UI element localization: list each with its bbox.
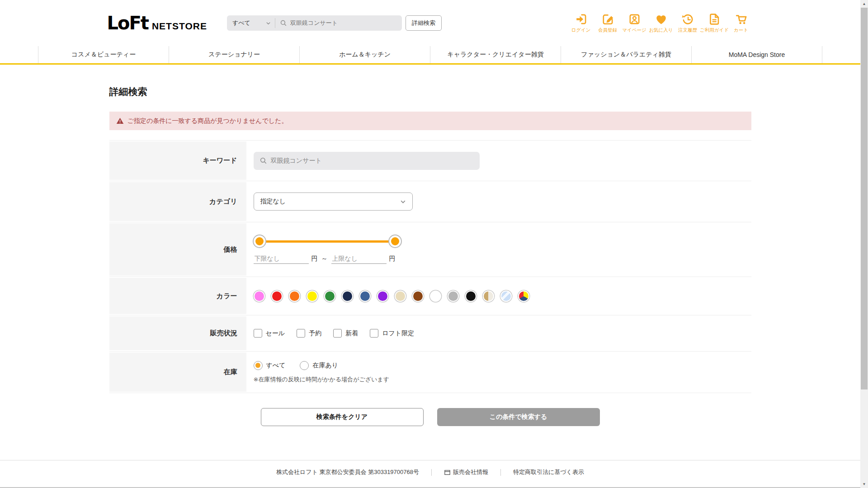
color-swatch-yellow[interactable]: [307, 291, 318, 302]
nav-item-cosme[interactable]: コスメ＆ビューティー: [38, 46, 169, 63]
radio-button[interactable]: [300, 361, 309, 370]
checkbox-box[interactable]: [370, 329, 378, 338]
color-swatch-green[interactable]: [324, 291, 335, 302]
clear-conditions-button[interactable]: 検索条件をクリア: [261, 408, 424, 426]
price-label: 価格: [109, 223, 246, 276]
stock-note: ※在庫情報の反映に時間がかかる場合がございます: [254, 375, 390, 384]
price-slider-track[interactable]: [259, 240, 395, 243]
header-search-bar: すべて 双眼鏡コンサート: [227, 15, 402, 31]
footer-link-label: 販売会社情報: [453, 468, 488, 476]
color-swatch-red[interactable]: [271, 291, 283, 302]
header-link-favorites[interactable]: お気に入り: [649, 13, 674, 33]
site-logo[interactable]: LoFt NETSTORE: [107, 13, 207, 33]
header-search-value: 双眼鏡コンサート: [290, 19, 338, 27]
checkbox-box[interactable]: [297, 329, 305, 338]
header-links: ログイン 会員登録 マイページ お気に入り 注文履歴: [567, 13, 754, 33]
header-search-input[interactable]: 双眼鏡コンサート: [275, 15, 402, 31]
color-swatch-clear[interactable]: [500, 291, 512, 302]
checkbox-label: 予約: [309, 329, 321, 338]
form-row-stock: 在庫 すべて 在庫あり ※在庫情: [109, 352, 751, 393]
form-row-category: カテゴリ 指定なし: [109, 181, 751, 222]
nav-item-character[interactable]: キャラクター・クリエイター雑貨: [430, 46, 561, 63]
checkbox-new-arrival[interactable]: 新着: [333, 329, 358, 338]
color-swatch-black[interactable]: [465, 291, 476, 302]
radio-stock-available[interactable]: 在庫あり: [300, 361, 338, 370]
header-link-mypage[interactable]: マイページ: [622, 13, 647, 33]
footer-link-company-info[interactable]: 販売会社情報: [444, 468, 488, 476]
radio-stock-all[interactable]: すべて: [254, 361, 286, 370]
form-row-price: 価格 円 ～ 円: [109, 222, 751, 277]
color-swatch-purple[interactable]: [377, 291, 388, 302]
header-link-guide[interactable]: ご利用ガイド: [702, 13, 727, 33]
category-select[interactable]: 指定なし: [254, 192, 413, 211]
logo-main-text: LoFt: [107, 13, 148, 33]
checkbox-loft-limited[interactable]: ロフト限定: [370, 329, 414, 338]
color-swatch-gold-silver[interactable]: [483, 291, 494, 302]
color-swatch-pink[interactable]: [254, 291, 265, 302]
header-link-login[interactable]: ログイン: [569, 13, 594, 33]
keyword-label: キーワード: [109, 141, 246, 180]
category-label: カテゴリ: [109, 182, 246, 221]
form-row-sales-status: 販売状況 セール 予約 新着: [109, 315, 751, 352]
checkbox-reservation[interactable]: 予約: [297, 329, 321, 338]
price-separator: ～: [321, 255, 328, 263]
color-swatch-white[interactable]: [430, 291, 441, 302]
header-link-order-history[interactable]: 注文履歴: [675, 13, 700, 33]
register-icon: [601, 13, 614, 26]
nav-item-stationery[interactable]: ステーショナリー: [169, 46, 299, 63]
form-actions: 検索条件をクリア この条件で検索する: [109, 408, 751, 426]
price-max-unit: 円: [389, 255, 396, 263]
detail-search-button[interactable]: 詳細検索: [406, 15, 442, 31]
footer-link-legal[interactable]: 特定商取引法に基づく表示: [513, 468, 584, 476]
price-max-input[interactable]: [331, 253, 387, 264]
color-swatch-brown[interactable]: [412, 291, 424, 302]
price-range-slider: [254, 235, 401, 248]
error-message-box: ご指定の条件に一致する商品が見つかりませんでした。: [109, 112, 751, 130]
scrollbar-thumb[interactable]: [861, 8, 868, 389]
scrollbar-down-arrow-icon[interactable]: ▼: [860, 480, 868, 488]
page: LoFt NETSTORE すべて 双眼鏡コンサート 詳細検索 ログイン: [0, 0, 860, 488]
keyword-input[interactable]: 双眼鏡コンサート: [254, 152, 480, 170]
nav-item-moma[interactable]: MoMA Design Store: [691, 46, 822, 63]
stock-label: 在庫: [109, 352, 246, 392]
header-link-register[interactable]: 会員登録: [595, 13, 620, 33]
color-swatch-gray[interactable]: [448, 291, 459, 302]
footer-separator: [500, 469, 501, 476]
checkbox-label: セール: [266, 329, 285, 338]
radio-button-checked[interactable]: [254, 361, 263, 370]
search-with-conditions-button[interactable]: この条件で検索する: [437, 408, 600, 426]
search-scope-select[interactable]: すべて: [227, 15, 275, 31]
chevron-down-icon: [400, 199, 406, 205]
scrollbar-up-arrow-icon[interactable]: ▲: [860, 0, 868, 8]
advanced-search-form: キーワード 双眼鏡コンサート カテゴリ 指定なし: [109, 140, 751, 393]
color-swatch-navy[interactable]: [342, 291, 353, 302]
color-swatch-multicolor[interactable]: [518, 291, 529, 302]
checkbox-box[interactable]: [333, 329, 342, 338]
color-swatch-orange[interactable]: [289, 291, 300, 302]
cart-icon: [735, 13, 748, 26]
color-swatch-beige[interactable]: [395, 291, 406, 302]
header-link-label: 注文履歴: [678, 27, 697, 33]
nav-item-fashion[interactable]: ファッション＆バラエティ雑貨: [561, 46, 691, 63]
color-swatches: [254, 291, 536, 302]
price-min-input[interactable]: [254, 253, 309, 264]
main-content: 詳細検索 ご指定の条件に一致する商品が見つかりませんでした。 キーワード 双眼鏡…: [109, 65, 751, 426]
warning-icon: [116, 117, 124, 125]
search-scope-value: すべて: [232, 19, 250, 27]
color-swatch-blue[interactable]: [359, 291, 371, 302]
error-message-text: ご指定の条件に一致する商品が見つかりませんでした。: [127, 117, 288, 125]
checkbox-box[interactable]: [254, 329, 262, 338]
checkbox-sale[interactable]: セール: [254, 329, 285, 338]
form-row-color: カラー: [109, 277, 751, 315]
header-link-cart[interactable]: カート: [729, 13, 754, 33]
nav-item-home-kitchen[interactable]: ホーム＆キッチン: [299, 46, 430, 63]
price-slider-min-handle[interactable]: [254, 235, 265, 247]
category-selected-value: 指定なし: [260, 197, 286, 206]
header-link-label: カート: [734, 27, 748, 33]
price-slider-max-handle[interactable]: [389, 235, 401, 247]
header-link-label: ログイン: [571, 27, 591, 33]
vertical-scrollbar[interactable]: ▲ ▼: [860, 0, 868, 488]
sales-status-label: 販売状況: [109, 316, 246, 350]
search-icon: [259, 157, 267, 164]
history-icon: [681, 13, 694, 26]
